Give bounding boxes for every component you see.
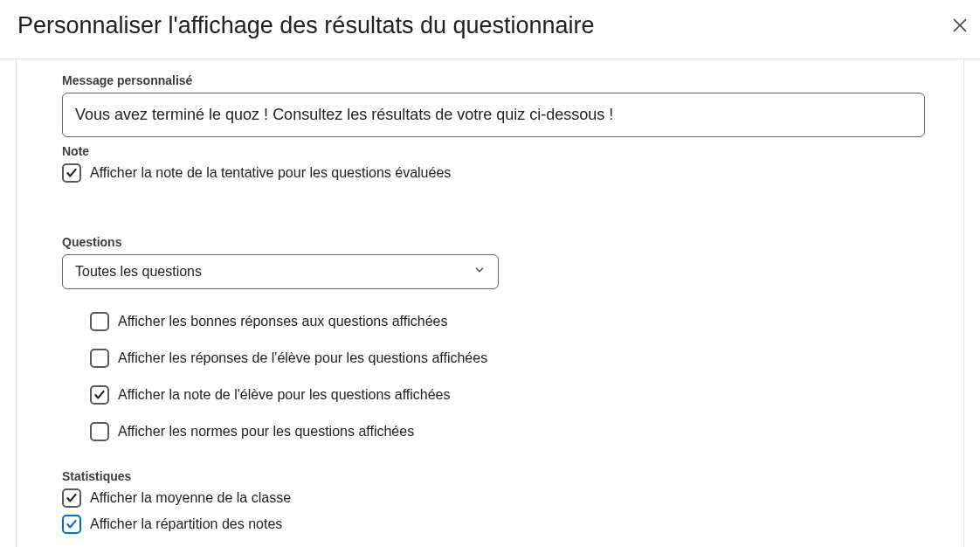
questions-select-wrap: Toutes les questions — [62, 254, 499, 289]
chevron-down-icon — [473, 264, 486, 280]
student-grade-label: Afficher la note de l'élève pour les que… — [118, 387, 450, 403]
dialog-content: Message personnalisé Note Afficher la no… — [16, 59, 964, 547]
note-attempt-grade-checkbox[interactable] — [62, 163, 81, 183]
student-answers-label: Afficher les réponses de l'élève pour le… — [118, 350, 487, 366]
stats-section-label: Statistiques — [62, 469, 925, 483]
note-section-label: Note — [62, 144, 925, 158]
message-field-group: Message personnalisé — [62, 73, 925, 137]
student-grade-checkbox[interactable] — [90, 385, 109, 405]
student-answers-row: Afficher les réponses de l'élève pour le… — [90, 349, 925, 368]
dialog-header: Personnaliser l'affichage des résultats … — [0, 0, 980, 59]
class-average-checkbox[interactable] — [62, 488, 81, 508]
dialog-title: Personnaliser l'affichage des résultats … — [17, 12, 595, 39]
grade-distribution-label: Afficher la répartition des notes — [90, 516, 282, 532]
correct-answers-checkbox[interactable] — [90, 312, 109, 331]
questions-select-value: Toutes les questions — [75, 264, 202, 280]
message-input[interactable] — [62, 93, 925, 137]
class-average-label: Afficher la moyenne de la classe — [90, 490, 291, 506]
questions-section-label: Questions — [62, 235, 925, 249]
correct-answers-row: Afficher les bonnes réponses aux questio… — [90, 312, 925, 331]
message-label: Message personnalisé — [62, 73, 925, 87]
questions-select[interactable]: Toutes les questions — [62, 254, 499, 289]
standards-label: Afficher les normes pour les questions a… — [118, 424, 414, 440]
standards-checkbox[interactable] — [90, 422, 109, 441]
grade-distribution-checkbox[interactable] — [62, 515, 81, 534]
close-icon[interactable] — [950, 13, 970, 39]
note-option-row: Afficher la note de la tentative pour le… — [62, 163, 925, 183]
standards-row: Afficher les normes pour les questions a… — [90, 422, 925, 441]
correct-answers-label: Afficher les bonnes réponses aux questio… — [118, 314, 447, 329]
note-attempt-grade-label: Afficher la note de la tentative pour le… — [90, 165, 451, 181]
student-grade-row: Afficher la note de l'élève pour les que… — [90, 385, 925, 405]
student-answers-checkbox[interactable] — [90, 349, 109, 368]
grade-distribution-row: Afficher la répartition des notes — [62, 515, 925, 534]
class-average-row: Afficher la moyenne de la classe — [62, 488, 925, 508]
